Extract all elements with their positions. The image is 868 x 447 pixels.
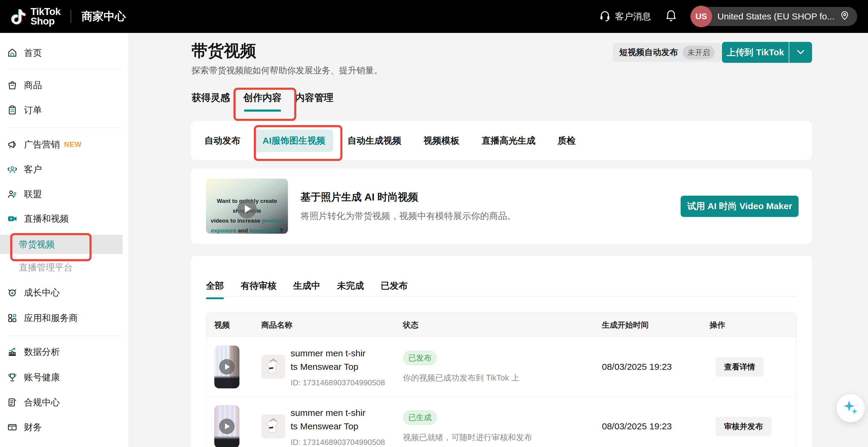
video-camera-icon xyxy=(7,214,18,224)
subtab-live-highlights[interactable]: 直播高光生成 xyxy=(482,135,535,147)
play-icon[interactable] xyxy=(237,199,256,218)
status-description: 你的视频已成功发布到 TikTok 上 xyxy=(403,373,602,383)
region-us-badge: US xyxy=(690,6,712,27)
subtab-card: 自动发布 AI服饰图生视频 自动生成视频 视频模板 直播高光生成 质检 xyxy=(191,121,812,160)
active-tab-underline xyxy=(244,109,281,111)
column-header-product-name: 商品名称 xyxy=(261,320,403,330)
new-badge: NEW xyxy=(64,140,82,149)
try-ai-fashion-video-maker-button[interactable]: 试用 AI 时尚 Video Maker xyxy=(681,196,799,217)
filter-divider-line xyxy=(206,296,797,296)
column-header-actions: 操作 xyxy=(710,320,797,330)
sidebar-item-home[interactable]: 首页 xyxy=(0,43,123,63)
page-subtitle: 探索带货视频能如何帮助你发展业务、提升销量。 xyxy=(191,65,382,76)
finance-icon: $ xyxy=(7,422,18,432)
trophy-icon xyxy=(7,372,18,382)
headset-icon xyxy=(599,9,611,24)
compliance-doc-icon xyxy=(7,397,18,408)
sparkles-icon xyxy=(842,400,859,417)
bar-chart-icon xyxy=(7,347,18,357)
tab-create-content[interactable]: 创作内容 xyxy=(243,91,282,110)
main-content: 带货视频 探索带货视频能如何帮助你发展业务、提升销量。 短视频自动发布 未开启 … xyxy=(129,33,868,447)
generation-start-time: 08/03/2025 19:23 xyxy=(602,421,672,431)
video-list-card: 全部 有待审核 生成中 未完成 已发布 视频 商品名称 状态 生成开始时间 操作 xyxy=(191,256,812,447)
play-icon xyxy=(219,419,235,434)
subtab-quality-check[interactable]: 质检 xyxy=(558,135,576,147)
sidebar-item-apps-services[interactable]: 应用和服务商 xyxy=(0,309,123,328)
ai-fashion-banner: Want to quickly create shoppable videos … xyxy=(191,168,812,244)
home-icon xyxy=(7,48,18,58)
sidebar-item-orders[interactable]: 订单 xyxy=(0,100,123,120)
subtab-video-templates[interactable]: 视频模板 xyxy=(424,135,460,147)
affiliate-icon xyxy=(7,189,18,199)
clipboard-icon xyxy=(7,105,18,115)
sidebar-item-growth-center[interactable]: 成长中心 xyxy=(0,283,123,302)
auto-publish-button[interactable]: 短视频自动发布 未开启 xyxy=(613,43,721,62)
review-and-publish-button[interactable]: 审核并发布 xyxy=(716,417,771,436)
table-row: summer men t-shirts Menswear Top ID: 173… xyxy=(206,396,797,447)
subtab-ai-fashion-video[interactable]: AI服饰图生视频 xyxy=(255,130,333,152)
region-label: United States (EU SHOP fo... xyxy=(717,11,835,22)
sidebar-item-live-management[interactable]: 直播管理平台 xyxy=(0,258,123,277)
sidebar-divider xyxy=(7,69,121,69)
sidebar-divider xyxy=(7,127,121,127)
subtab-auto-publish[interactable]: 自动发布 xyxy=(205,135,240,147)
status-badge: 已生成 xyxy=(403,410,437,425)
sidebar-divider xyxy=(7,336,121,336)
active-filter-underline xyxy=(206,297,224,299)
sidebar-item-live-video[interactable]: 直播和视频 xyxy=(0,209,123,228)
sidebar-item-shoppable-videos[interactable]: 带货视频 xyxy=(0,235,123,254)
status-badge: 已发布 xyxy=(403,351,437,365)
sidebar-item-account-health[interactable]: 账号健康 xyxy=(0,368,123,387)
grid-icon xyxy=(7,313,18,323)
sidebar: 首页 商品 订单 广告营销 NEW 客户 联盟 xyxy=(0,33,129,447)
main-tabs: 获得灵感 创作内容 内容管理 xyxy=(191,91,334,110)
table-header: 视频 商品名称 状态 生成开始时间 操作 xyxy=(206,313,797,337)
region-selector[interactable]: US United States (EU SHOP fo... xyxy=(691,7,857,26)
status-description: 视频已就绪，可随时进行审核和发布 xyxy=(403,432,602,443)
upload-to-tiktok-button[interactable]: 上传到 TikTok xyxy=(722,42,812,63)
sidebar-item-customers[interactable]: 客户 xyxy=(0,160,123,179)
banner-title: 基于照片生成 AI 时尚视频 xyxy=(301,190,516,204)
seller-center-title: 商家中心 xyxy=(82,9,126,24)
sidebar-item-finance[interactable]: $ 财务 xyxy=(0,418,123,437)
ai-assistant-fab[interactable] xyxy=(837,394,865,422)
tiktok-note-icon xyxy=(11,7,26,26)
subtab-auto-generate-video[interactable]: 自动生成视频 xyxy=(347,135,401,147)
sidebar-item-affiliate[interactable]: 联盟 xyxy=(0,185,123,204)
location-pin-icon xyxy=(840,11,849,23)
brand-wordmark: TikTok Shop xyxy=(31,7,60,26)
column-header-start-time: 生成开始时间 xyxy=(602,320,710,330)
customers-icon xyxy=(7,164,18,174)
tab-get-inspired[interactable]: 获得灵感 xyxy=(191,91,230,110)
product-name: summer men t-shirts Menswear Top xyxy=(291,406,367,433)
play-icon xyxy=(219,359,235,375)
video-thumbnail[interactable] xyxy=(214,346,240,388)
tab-content-management[interactable]: 内容管理 xyxy=(295,91,334,110)
product-thumbnail xyxy=(261,414,285,438)
auto-publish-status-badge: 未开启 xyxy=(683,46,715,59)
sidebar-item-analytics[interactable]: 数据分析 xyxy=(0,342,123,361)
customer-messages-label: 客户消息 xyxy=(615,10,651,23)
notifications-bell-icon[interactable] xyxy=(665,9,677,24)
medal-icon xyxy=(7,288,18,298)
video-thumbnail[interactable] xyxy=(214,405,240,447)
topbar: TikTok Shop 商家中心 客户消息 US Un xyxy=(0,0,868,33)
shopping-bag-icon xyxy=(7,80,18,90)
product-id: ID: 1731468903704990508 xyxy=(291,378,385,387)
page-title: 带货视频 xyxy=(191,40,256,62)
sidebar-item-ads[interactable]: 广告营销 NEW xyxy=(0,135,123,154)
topbar-divider xyxy=(71,10,71,23)
sidebar-item-compliance[interactable]: 合规中心 xyxy=(0,393,123,412)
tiktok-shop-logo[interactable]: TikTok Shop xyxy=(11,7,60,26)
customer-messages-button[interactable]: 客户消息 xyxy=(599,9,651,24)
sidebar-item-products[interactable]: 商品 xyxy=(0,76,123,95)
chevron-down-icon[interactable] xyxy=(789,42,812,63)
megaphone-icon xyxy=(7,139,18,150)
view-details-button[interactable]: 查看详情 xyxy=(716,357,764,377)
column-header-status: 状态 xyxy=(403,320,602,330)
generation-start-time: 08/03/2025 19:23 xyxy=(602,362,672,372)
product-name: summer men t-shirts Menswear Top xyxy=(291,347,367,373)
videos-table: 视频 商品名称 状态 生成开始时间 操作 xyxy=(206,313,797,447)
banner-video-thumbnail[interactable]: Want to quickly create shoppable videos … xyxy=(206,179,288,234)
svg-text:$: $ xyxy=(11,426,13,430)
